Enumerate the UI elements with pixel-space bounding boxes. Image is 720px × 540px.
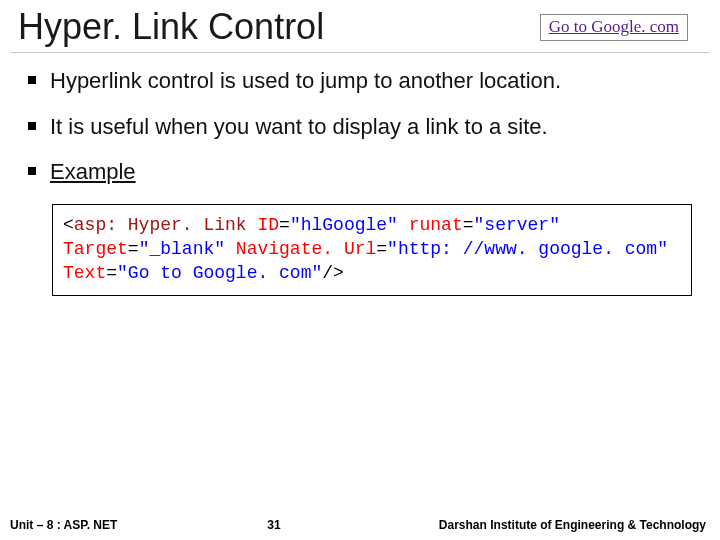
bullet-text: It is useful when you want to display a …: [50, 114, 548, 139]
code-token: =: [376, 239, 387, 259]
footer-page-number: 31: [267, 518, 280, 532]
code-token: "_blank": [139, 239, 225, 259]
bullet-text: Hyperlink control is used to jump to ano…: [50, 68, 561, 93]
code-token: runat: [409, 215, 463, 235]
code-token: "server": [474, 215, 560, 235]
footer-institute: Darshan Institute of Engineering & Techn…: [439, 518, 706, 532]
bullet-list: Hyperlink control is used to jump to ano…: [0, 53, 720, 186]
footer-unit: Unit – 8 : ASP. NET: [10, 518, 117, 532]
example-label: Example: [50, 159, 136, 184]
slide-title: Hyper. Link Control: [18, 6, 540, 48]
bullet-item: Example: [28, 158, 696, 186]
code-token: <: [63, 215, 74, 235]
code-token: [398, 215, 409, 235]
code-token: "Go to Google. com": [117, 263, 322, 283]
slide-footer: Unit – 8 : ASP. NET 31 Darshan Institute…: [0, 518, 720, 532]
code-token: =: [106, 263, 117, 283]
code-token: />: [322, 263, 344, 283]
code-token: "hlGoogle": [290, 215, 398, 235]
code-token: Text: [63, 263, 106, 283]
code-example: <asp: Hyper. Link ID="hlGoogle" runat="s…: [52, 204, 692, 297]
slide: Hyper. Link Control Go to Google. com Hy…: [0, 0, 720, 540]
code-token: "http: //www. google. com": [387, 239, 668, 259]
bullet-item: It is useful when you want to display a …: [28, 113, 696, 141]
hyperlink-demo-box: Go to Google. com: [540, 14, 688, 41]
code-token: asp: Hyper. Link: [74, 215, 247, 235]
code-token: =: [128, 239, 139, 259]
code-token: [247, 215, 258, 235]
code-token: Navigate. Url: [236, 239, 376, 259]
code-token: =: [279, 215, 290, 235]
title-row: Hyper. Link Control Go to Google. com: [0, 0, 720, 52]
code-token: Target: [63, 239, 128, 259]
code-token: =: [463, 215, 474, 235]
bullet-item: Hyperlink control is used to jump to ano…: [28, 67, 696, 95]
hyperlink-demo-link[interactable]: Go to Google. com: [549, 17, 679, 36]
code-token: [225, 239, 236, 259]
code-token: ID: [257, 215, 279, 235]
